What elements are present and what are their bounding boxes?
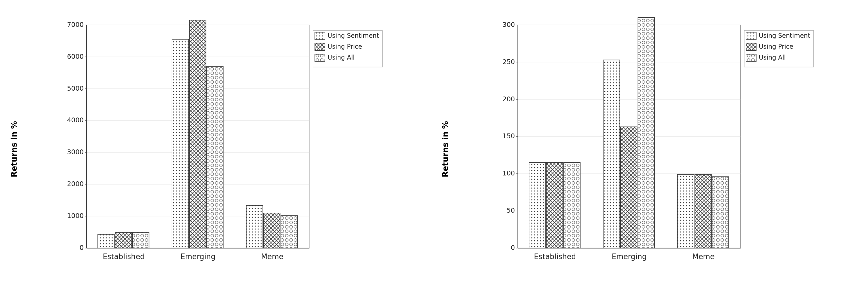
svg-text:200: 200	[502, 95, 515, 103]
svg-text:4000: 4000	[67, 116, 84, 124]
svg-text:Emerging: Emerging	[180, 252, 215, 261]
svg-rect-36	[172, 39, 188, 248]
svg-text:7000: 7000	[67, 21, 84, 29]
svg-text:Using Sentiment: Using Sentiment	[759, 32, 810, 39]
svg-rect-88	[638, 18, 654, 248]
svg-rect-101	[746, 54, 756, 61]
svg-rect-92	[712, 177, 728, 248]
svg-rect-97	[746, 32, 756, 39]
y-axis-label: Returns in %	[441, 121, 450, 177]
chart-area: 050100150200250300EstablishedEmergingMem…	[456, 14, 857, 270]
svg-rect-84	[564, 163, 580, 248]
svg-text:Meme: Meme	[261, 252, 283, 261]
svg-text:0: 0	[80, 244, 84, 251]
chart-wrapper-0: Returns in %Portfolio Type01000200030004…	[3, 6, 434, 292]
svg-text:Using All: Using All	[759, 54, 786, 61]
svg-rect-49	[315, 44, 325, 51]
svg-rect-42	[281, 215, 298, 248]
svg-text:100: 100	[502, 169, 515, 177]
svg-rect-33	[115, 233, 131, 248]
svg-rect-83	[546, 163, 563, 248]
svg-rect-37	[189, 20, 206, 248]
svg-rect-40	[246, 206, 263, 248]
svg-rect-99	[746, 44, 756, 51]
chart-wrapper-1: Returns in %Portfolio Type05010015020025…	[434, 6, 865, 292]
svg-rect-51	[315, 54, 325, 61]
svg-rect-41	[264, 213, 280, 248]
svg-rect-38	[207, 66, 223, 248]
svg-rect-90	[678, 174, 694, 248]
svg-text:3000: 3000	[67, 148, 84, 156]
svg-rect-87	[621, 127, 637, 248]
svg-text:Using Sentiment: Using Sentiment	[328, 32, 379, 39]
chart-area: 01000200030004000500060007000Established…	[25, 14, 426, 270]
y-axis-label: Returns in %	[9, 121, 19, 177]
svg-rect-82	[529, 163, 546, 248]
svg-text:0: 0	[511, 244, 515, 251]
svg-rect-47	[315, 32, 325, 39]
svg-rect-32	[98, 235, 114, 248]
svg-text:1000: 1000	[67, 212, 84, 220]
svg-text:Established: Established	[534, 252, 576, 261]
svg-text:Using All: Using All	[328, 54, 355, 61]
svg-text:Meme: Meme	[692, 252, 715, 261]
svg-text:2000: 2000	[67, 180, 84, 188]
svg-text:50: 50	[506, 207, 515, 214]
svg-text:Using Price: Using Price	[759, 43, 793, 50]
svg-text:150: 150	[502, 132, 515, 140]
svg-rect-34	[132, 233, 149, 248]
svg-text:250: 250	[502, 58, 515, 66]
svg-text:Established: Established	[103, 252, 145, 261]
svg-text:Using Price: Using Price	[328, 43, 362, 50]
svg-rect-91	[695, 174, 711, 248]
svg-text:5000: 5000	[67, 84, 84, 92]
svg-text:Emerging: Emerging	[612, 252, 647, 261]
charts-container: Returns in %Portfolio Type01000200030004…	[0, 0, 868, 298]
svg-rect-86	[603, 60, 620, 248]
svg-text:300: 300	[502, 21, 515, 29]
svg-text:6000: 6000	[67, 53, 84, 60]
